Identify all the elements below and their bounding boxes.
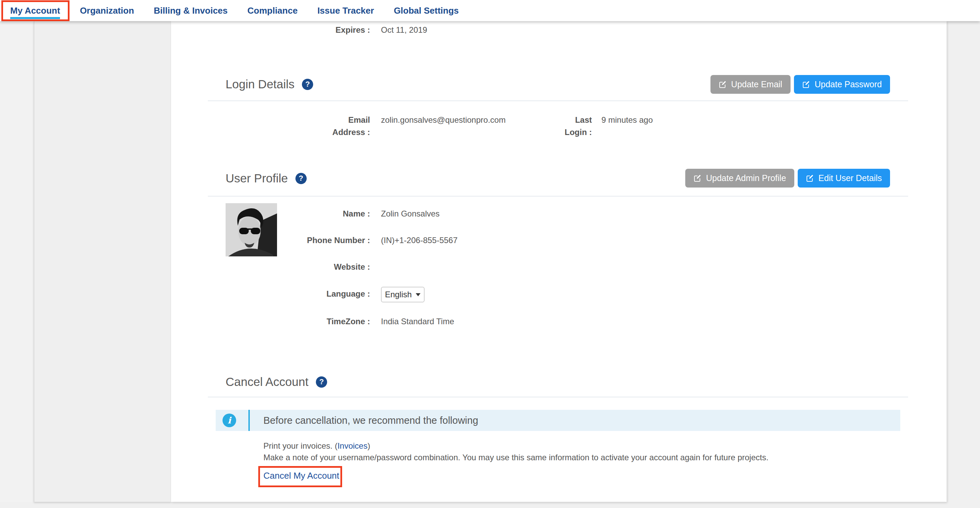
print-invoices-text-suffix: ) [368, 441, 370, 451]
account-settings-card: Expires : Oct 11, 2019 Login Details ? U… [171, 21, 947, 502]
expires-value: Oct 11, 2019 [381, 24, 427, 36]
login-details-section-title: Login Details ? [226, 77, 313, 92]
cancellation-info-alert: i Before cancellation, we recommend the … [216, 410, 900, 431]
help-icon[interactable]: ? [316, 376, 327, 388]
edit-icon [802, 80, 810, 89]
login-details-title-text: Login Details [226, 77, 294, 91]
language-selected-value: English [385, 290, 412, 299]
email-address-label: Email Address : [332, 114, 370, 139]
section-divider [208, 196, 908, 197]
print-invoices-text: Print your invoices. ( [263, 441, 337, 451]
last-login-label: Last Login : [565, 114, 592, 139]
sidebar-panel [34, 21, 171, 502]
tab-compliance-label: Compliance [247, 5, 298, 16]
tab-organization-label: Organization [80, 5, 134, 16]
active-tab-underline [10, 17, 60, 19]
phone-number-label: Phone Number : [302, 234, 370, 247]
cancellation-recommendations: Print your invoices. (Invoices) Make a n… [263, 440, 768, 463]
update-admin-profile-label: Update Admin Profile [706, 173, 786, 183]
tab-my-account-label: My Account [10, 5, 60, 16]
tab-global-settings-label: Global Settings [394, 5, 459, 16]
login-details-buttons: Update Email Update Password [711, 75, 890, 94]
language-dropdown[interactable]: English [381, 287, 425, 303]
edit-icon [694, 174, 702, 182]
tab-issue-tracker-label: Issue Tracker [317, 5, 374, 16]
avatar-image [226, 203, 277, 256]
name-label: Name : [302, 208, 370, 220]
website-label: Website : [302, 261, 370, 273]
user-profile-title-text: User Profile [226, 172, 288, 185]
username-password-note: Make a note of your username/password co… [263, 452, 768, 463]
alert-accent-bar [248, 410, 250, 431]
help-icon[interactable]: ? [296, 173, 307, 184]
edit-user-details-label: Edit User Details [818, 173, 882, 183]
tab-global-settings[interactable]: Global Settings [394, 5, 459, 16]
update-email-button[interactable]: Update Email [711, 75, 791, 94]
tab-my-account[interactable]: My Account [10, 5, 60, 16]
expires-label: Expires : [332, 24, 370, 36]
tab-organization[interactable]: Organization [80, 5, 134, 16]
page-left-gutter [0, 21, 34, 502]
timezone-label: TimeZone : [302, 315, 370, 328]
name-value: Zolin Gonsalves [381, 208, 439, 220]
edit-user-details-button[interactable]: Edit User Details [798, 169, 890, 188]
edit-icon [719, 80, 727, 89]
phone-number-value: (IN)+1-206-855-5567 [381, 234, 458, 247]
help-icon[interactable]: ? [302, 79, 313, 90]
cancel-account-title-text: Cancel Account [226, 375, 309, 389]
print-invoices-line: Print your invoices. (Invoices) [263, 440, 768, 452]
last-login-value: 9 minutes ago [601, 114, 653, 126]
top-navigation: My Account Organization Billing & Invoic… [0, 0, 980, 21]
email-address-value: zolin.gonsalves@questionpro.com [381, 114, 506, 126]
tab-issue-tracker[interactable]: Issue Tracker [317, 5, 374, 16]
alert-title: Before cancellation, we recommend the fo… [263, 410, 478, 431]
update-email-label: Update Email [731, 80, 783, 89]
user-profile-buttons: Update Admin Profile Edit User Details [685, 169, 890, 188]
section-divider [208, 100, 908, 101]
caret-down-icon [416, 293, 420, 296]
section-divider [208, 397, 908, 398]
tab-billing-invoices[interactable]: Billing & Invoices [154, 5, 228, 16]
timezone-value: India Standard Time [381, 315, 454, 328]
cancel-my-account-link[interactable]: Cancel My Account [263, 470, 339, 481]
tab-compliance[interactable]: Compliance [247, 5, 298, 16]
cancel-account-section-title: Cancel Account ? [226, 374, 327, 389]
invoices-link[interactable]: Invoices [337, 441, 368, 451]
update-admin-profile-button[interactable]: Update Admin Profile [685, 169, 794, 188]
update-password-label: Update Password [815, 80, 882, 89]
user-profile-section-title: User Profile ? [226, 171, 307, 186]
info-icon: i [223, 414, 236, 427]
language-label: Language : [302, 288, 370, 300]
update-password-button[interactable]: Update Password [794, 75, 890, 94]
tab-billing-invoices-label: Billing & Invoices [154, 5, 228, 16]
edit-icon [806, 174, 814, 182]
